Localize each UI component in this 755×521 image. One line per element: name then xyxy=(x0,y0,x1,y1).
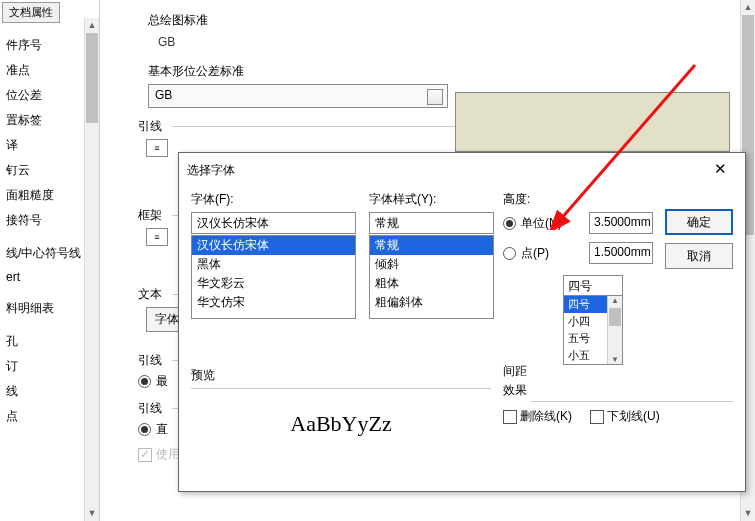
unit-input[interactable]: 3.5000mm xyxy=(589,212,653,234)
leader-option-straight-label: 直 xyxy=(156,421,168,438)
style-label: 字体样式(Y): xyxy=(369,191,494,208)
standard-preview-box xyxy=(455,92,730,152)
sidebar-tab[interactable]: 文档属性 xyxy=(2,2,60,23)
strikethrough-checkbox[interactable]: 删除线(K) xyxy=(503,408,572,425)
dialog-titlebar: 选择字体 ✕ xyxy=(179,153,745,187)
size-scrollbar[interactable]: ▲ ▼ xyxy=(607,296,622,364)
list-item[interactable]: 粗体 xyxy=(370,274,493,293)
list-item[interactable]: 粗偏斜体 xyxy=(370,293,493,312)
linetype-icon[interactable]: ≡ xyxy=(146,228,168,246)
sidebar-scrollbar[interactable]: ▲ ▼ xyxy=(84,18,99,521)
point-input[interactable]: 1.5000mm xyxy=(589,242,653,264)
height-label: 高度: xyxy=(503,191,653,208)
height-column: 高度: 单位(N) 3.5000mm 点(P) 1.5000mm 间距 xyxy=(503,191,653,272)
checkbox-icon xyxy=(138,448,152,462)
size-listbox[interactable]: 四号 四号 小四 五号 小五 ▲ ▼ xyxy=(563,275,623,365)
list-item[interactable]: 常规 xyxy=(370,236,493,255)
scroll-up-icon[interactable]: ▲ xyxy=(85,18,99,33)
unit-label: 单位(N) xyxy=(521,215,562,232)
linetype-icon[interactable]: ≡ xyxy=(146,139,168,157)
effects-section: 效果 删除线(K) 下划线(U) xyxy=(503,382,733,425)
list-item[interactable]: 华文彩云 xyxy=(192,274,355,293)
style-column: 字体样式(Y): 常规 常规 倾斜 粗体 粗偏斜体 xyxy=(369,191,494,319)
drawing-standard-value: GB xyxy=(148,33,755,59)
tolerance-standard-value: GB xyxy=(155,88,172,102)
scroll-up-icon[interactable]: ▲ xyxy=(741,0,755,15)
font-input[interactable]: 汉仪长仿宋体 xyxy=(191,212,356,234)
group-leader-label: 引线 xyxy=(138,118,162,135)
list-item[interactable]: 华文仿宋 xyxy=(192,293,355,312)
font-column: 字体(F): 汉仪长仿宋体 汉仪长仿宋体 黑体 华文彩云 华文仿宋 xyxy=(191,191,356,319)
radio-icon xyxy=(503,247,516,260)
font-dialog: 选择字体 ✕ 字体(F): 汉仪长仿宋体 汉仪长仿宋体 黑体 华文彩云 华文仿宋… xyxy=(178,152,746,492)
effects-label: 效果 xyxy=(503,382,733,399)
radio-icon xyxy=(503,217,516,230)
radio-icon xyxy=(138,375,151,388)
strikethrough-label: 删除线(K) xyxy=(520,409,572,423)
radio-icon xyxy=(138,423,151,436)
font-label: 字体(F): xyxy=(191,191,356,208)
style-input[interactable]: 常规 xyxy=(369,212,494,234)
scrollbar-thumb[interactable] xyxy=(86,33,98,123)
list-item[interactable]: 倾斜 xyxy=(370,255,493,274)
dialog-title: 选择字体 xyxy=(187,162,235,179)
preview-text: AaBbYyZz xyxy=(191,388,491,458)
point-radio-row[interactable]: 点(P) 1.5000mm xyxy=(503,242,653,264)
list-item[interactable]: 五号 xyxy=(564,330,607,347)
scroll-down-icon[interactable]: ▼ xyxy=(85,506,99,521)
checkbox-icon xyxy=(590,410,604,424)
leader-option-max-label: 最 xyxy=(156,373,168,390)
font-listbox[interactable]: 汉仪长仿宋体 黑体 华文彩云 华文仿宋 xyxy=(191,235,356,319)
checkbox-icon xyxy=(503,410,517,424)
chevron-down-icon xyxy=(432,93,440,98)
group-text-label: 文本 xyxy=(138,286,162,303)
size-input[interactable]: 四号 xyxy=(564,276,622,296)
scroll-down-icon[interactable]: ▼ xyxy=(741,506,755,521)
list-item[interactable]: 小四 xyxy=(564,313,607,330)
dialog-buttons: 确定 取消 xyxy=(665,191,735,277)
list-item[interactable]: 四号 xyxy=(564,296,607,313)
close-button[interactable]: ✕ xyxy=(703,159,737,181)
scrollbar-thumb[interactable] xyxy=(609,308,621,326)
point-label: 点(P) xyxy=(521,245,549,262)
sidebar: 文档属性 件序号 准点 位公差 置标签 译 钉云 面粗糙度 接符号 线/中心符号… xyxy=(0,0,100,521)
drawing-standard-label: 总绘图标准 xyxy=(148,8,755,33)
underline-label: 下划线(U) xyxy=(607,409,660,423)
cancel-button[interactable]: 取消 xyxy=(665,243,733,269)
ok-button[interactable]: 确定 xyxy=(665,209,733,235)
group-leader2-label: 引线 xyxy=(138,352,162,369)
group-frame-label: 框架 xyxy=(138,207,162,224)
spacing-label: 间距 xyxy=(503,363,527,380)
list-item[interactable]: 小五 xyxy=(564,347,607,364)
preview-label: 预览 xyxy=(191,367,491,384)
tolerance-standard-label: 基本形位公差标准 xyxy=(148,59,755,84)
preview-section: 预览 AaBbYyZz xyxy=(191,367,491,458)
list-item[interactable]: 汉仪长仿宋体 xyxy=(192,236,355,255)
underline-checkbox[interactable]: 下划线(U) xyxy=(590,408,660,425)
tolerance-standard-combo[interactable]: GB xyxy=(148,84,448,108)
group-leader3-label: 引线 xyxy=(138,400,162,417)
unit-radio-row[interactable]: 单位(N) 3.5000mm xyxy=(503,212,653,234)
style-listbox[interactable]: 常规 倾斜 粗体 粗偏斜体 xyxy=(369,235,494,319)
list-item[interactable]: 黑体 xyxy=(192,255,355,274)
